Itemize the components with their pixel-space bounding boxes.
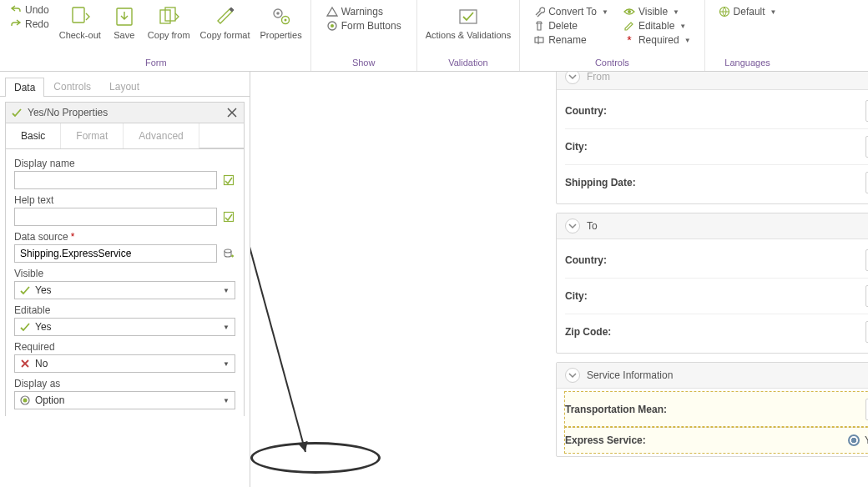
express-service-radio[interactable]: Yes No bbox=[848, 434, 868, 446]
display-name-input[interactable] bbox=[14, 171, 217, 189]
redo-icon bbox=[10, 18, 22, 30]
subtab-format[interactable]: Format bbox=[61, 123, 124, 148]
undo-button[interactable]: Undo bbox=[7, 3, 53, 17]
callout-arrow bbox=[250, 110, 314, 460]
help-text-input[interactable] bbox=[14, 208, 217, 226]
transportation-mean-label: Transportation Mean: bbox=[565, 404, 865, 415]
redo-label: Redo bbox=[25, 18, 49, 30]
properties-header: Yes/No Properties bbox=[5, 102, 245, 123]
save-button[interactable]: Save bbox=[108, 2, 141, 41]
caret-down-icon: ▼ bbox=[223, 324, 230, 331]
express-service-row[interactable]: Express Service: Yes No bbox=[565, 427, 868, 453]
section-to-title: To bbox=[587, 220, 598, 232]
delete-button[interactable]: Delete bbox=[530, 19, 612, 33]
check-icon bbox=[457, 5, 480, 28]
warnings-label: Warnings bbox=[341, 6, 383, 18]
rename-label: Rename bbox=[548, 34, 586, 46]
svg-point-5 bbox=[276, 12, 280, 15]
redo-button[interactable]: Redo bbox=[7, 18, 53, 31]
visible-prop-label: Visible bbox=[14, 268, 235, 279]
to-country-label: Country: bbox=[565, 254, 865, 266]
triangle-icon bbox=[326, 6, 338, 18]
svg-rect-11 bbox=[535, 38, 543, 43]
actions-validations-button[interactable]: Actions & Validations bbox=[422, 2, 515, 41]
copyformat-label: Copy format bbox=[200, 30, 250, 40]
save-label: Save bbox=[114, 30, 134, 40]
properties-label: Properties bbox=[260, 30, 302, 40]
editable-button[interactable]: Editable▼ bbox=[620, 19, 694, 33]
from-country-label: Country: bbox=[565, 105, 865, 117]
tab-data[interactable]: Data bbox=[5, 78, 44, 97]
ribbon: Undo Redo Check-out Save bbox=[0, 0, 868, 72]
actions-validations-label: Actions & Validations bbox=[426, 30, 512, 40]
delete-label: Delete bbox=[548, 20, 578, 32]
warnings-button[interactable]: Warnings bbox=[323, 5, 386, 18]
data-source-picker-icon[interactable] bbox=[222, 247, 235, 260]
wrench-icon bbox=[533, 6, 545, 18]
svg-rect-10 bbox=[460, 10, 477, 23]
svg-point-17 bbox=[225, 249, 231, 253]
formbuttons-label: Form Buttons bbox=[341, 20, 401, 32]
display-as-select[interactable]: Option ▼ bbox=[14, 391, 235, 409]
caret-down-icon: ▼ bbox=[602, 8, 608, 16]
to-city-label: City: bbox=[565, 290, 865, 302]
from-city-label: City: bbox=[565, 141, 865, 153]
tab-layout[interactable]: Layout bbox=[100, 77, 149, 96]
visible-button[interactable]: Visible▼ bbox=[620, 5, 694, 18]
display-name-label: Display name bbox=[14, 158, 235, 169]
chevron-down-icon[interactable] bbox=[565, 368, 580, 383]
required-select[interactable]: No ▼ bbox=[14, 354, 235, 373]
convert-to-label: Convert To bbox=[548, 6, 597, 18]
caret-down-icon: ▼ bbox=[223, 360, 230, 368]
svg-point-13 bbox=[628, 10, 631, 13]
svg-point-7 bbox=[284, 19, 286, 22]
data-source-label: Data source* bbox=[14, 231, 235, 243]
rename-button[interactable]: Rename bbox=[530, 33, 612, 47]
svg-rect-0 bbox=[73, 8, 84, 23]
copyfrom-button[interactable]: Copy from bbox=[144, 2, 194, 41]
formbuttons-button[interactable]: Form Buttons bbox=[323, 19, 405, 33]
required-button[interactable]: *Required▼ bbox=[620, 33, 694, 47]
localize-icon[interactable] bbox=[222, 210, 235, 223]
language-label: Default bbox=[734, 6, 765, 18]
display-as-label: Display as bbox=[14, 378, 235, 389]
language-button[interactable]: Default▼ bbox=[715, 5, 780, 18]
caret-down-icon: ▼ bbox=[223, 397, 230, 404]
copyformat-button[interactable]: Copy format bbox=[197, 2, 254, 41]
subtab-advanced[interactable]: Advanced bbox=[124, 123, 199, 148]
properties-button[interactable]: Properties bbox=[257, 2, 305, 41]
eye-icon bbox=[623, 6, 635, 18]
radio-yes[interactable] bbox=[848, 434, 860, 446]
checkout-button[interactable]: Check-out bbox=[56, 2, 104, 41]
visible-label: Visible bbox=[638, 6, 668, 18]
shipping-date-label: Shipping Date: bbox=[565, 177, 865, 188]
form-canvas: From Country: City: Shipping Date: To Co… bbox=[250, 72, 868, 487]
caret-down-icon: ▼ bbox=[679, 23, 686, 30]
checkmark-icon bbox=[11, 107, 23, 118]
tab-controls[interactable]: Controls bbox=[44, 77, 100, 96]
panel-tabs: Data Controls Layout bbox=[0, 72, 250, 97]
group-show-label: Show bbox=[316, 56, 411, 71]
chevron-down-icon[interactable] bbox=[565, 72, 580, 84]
subtab-basic[interactable]: Basic bbox=[6, 123, 61, 148]
undo-label: Undo bbox=[25, 4, 49, 16]
section-service-info: Service Information Transportation Mean:… bbox=[556, 362, 868, 457]
localize-icon[interactable] bbox=[222, 173, 235, 187]
close-button[interactable] bbox=[225, 106, 239, 119]
transportation-mean-row[interactable]: Transportation Mean: bbox=[565, 392, 868, 427]
convert-to-button[interactable]: Convert To▼ bbox=[530, 5, 612, 18]
visible-select[interactable]: Yes ▼ bbox=[14, 281, 235, 299]
svg-point-19 bbox=[23, 399, 28, 403]
section-to: To Country: City: Zip Code: bbox=[556, 213, 868, 354]
rename-icon bbox=[533, 34, 545, 46]
editable-prop-label: Editable bbox=[14, 304, 235, 316]
editable-label: Editable bbox=[638, 20, 674, 32]
chevron-down-icon[interactable] bbox=[565, 218, 580, 233]
group-controls-label: Controls bbox=[525, 56, 699, 71]
workspace: Data Controls Layout Yes/No Properties B… bbox=[0, 72, 868, 487]
asterisk-icon: * bbox=[623, 34, 635, 46]
data-source-input[interactable] bbox=[14, 244, 217, 263]
copyfrom-label: Copy from bbox=[148, 30, 190, 40]
svg-point-9 bbox=[331, 24, 334, 28]
editable-select[interactable]: Yes ▼ bbox=[14, 318, 235, 336]
